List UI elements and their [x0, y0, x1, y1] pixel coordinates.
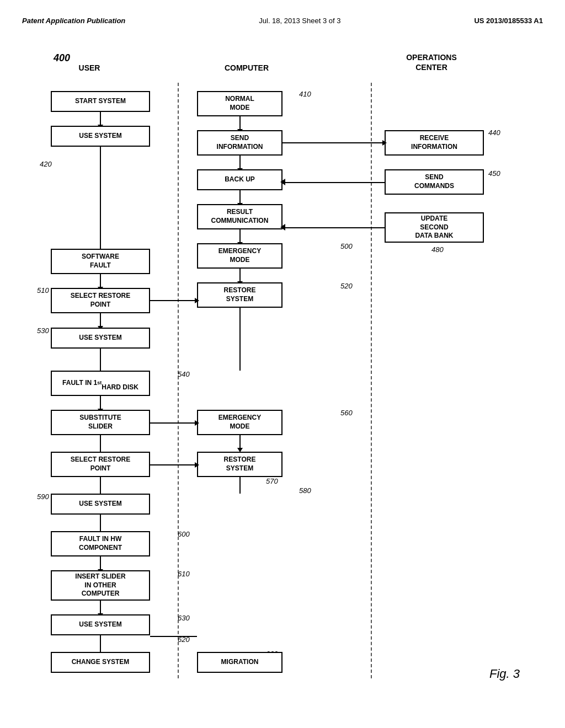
label-480: 480	[431, 245, 444, 254]
label-520: 520	[340, 282, 353, 290]
box-fault-hw: FAULT IN HWCOMPONENT	[51, 531, 150, 556]
line-restoresys2-down	[239, 477, 241, 494]
col-header-ops: OPERATIONSCENTER	[387, 52, 476, 72]
header-publication: Patent Application Publication	[22, 17, 125, 25]
box-fault-hd: FAULT IN 1stHARD DISK	[51, 371, 150, 396]
label-410: 410	[299, 90, 311, 98]
arrow-emergmode2-to-restoresys2	[239, 435, 241, 449]
label-540: 540	[178, 370, 190, 378]
label-500: 500	[340, 242, 353, 250]
box-back-up: BACK UP	[197, 169, 282, 190]
page-header: Patent Application Publication Jul. 18, …	[22, 11, 543, 36]
label-630: 630	[178, 614, 190, 622]
arrow-substslider-to-emergmode2	[150, 422, 196, 424]
box-software-fault: SOFTWAREFAULT	[51, 249, 150, 274]
box-select-restore-2: SELECT RESTOREPOINT	[51, 452, 150, 477]
line-insertslider-to-620	[150, 636, 197, 637]
box-insert-slider: INSERT SLIDERIN OTHERCOMPUTER	[51, 570, 150, 601]
page: Patent Application Publication Jul. 18, …	[0, 0, 565, 728]
header-patent: US 2013/0185533 A1	[474, 17, 543, 25]
arrow-faulthw-to-insertslider	[100, 556, 101, 570]
arrowhead-to-backup	[280, 179, 285, 185]
box-send-info: SENDINFORMATION	[197, 130, 282, 156]
arrow-sendinfo-to-rcvinfo	[282, 142, 383, 143]
box-use-system-4: USE SYSTEM	[51, 614, 150, 635]
label-590: 590	[37, 493, 49, 501]
col-header-user: USER	[56, 63, 122, 72]
box-receive-info: RECEIVEINFORMATION	[385, 130, 484, 156]
box-emergency-mode-2: EMERGENCYMODE	[197, 410, 282, 435]
arrow-selrestore1-to-use2	[100, 313, 101, 327]
arrow-start-to-use1	[100, 112, 101, 126]
arrow-resultcomm-to-emergmode1	[239, 229, 241, 243]
box-send-commands: SENDCOMMANDS	[385, 169, 484, 195]
box-use-system-2: USE SYSTEM	[51, 328, 150, 349]
arrow-sendinfo-to-backup	[239, 156, 241, 169]
box-use-system-1: USE SYSTEM	[51, 126, 150, 147]
box-update-second: UPDATESECONDDATA BANK	[385, 212, 484, 243]
arrow-backup-to-resultcomm	[239, 190, 241, 204]
box-select-restore-1: SELECT RESTOREPOINT	[51, 288, 150, 313]
line-restoresys1-down	[239, 308, 241, 371]
arrow-selrestore1-to-emergmode1	[150, 300, 196, 301]
divider-user-computer	[178, 83, 179, 678]
arrowhead-to-resultcomm	[280, 224, 285, 231]
col-header-computer: COMPUTER	[205, 63, 288, 72]
label-610: 610	[178, 570, 190, 578]
arrow-normalmode-to-sendinfo	[239, 116, 241, 130]
label-510: 510	[37, 286, 49, 295]
line-use2-to-faulthd	[100, 349, 101, 371]
arrow-selrestore2-to-restoresys2	[150, 464, 196, 465]
box-result-comm: RESULTCOMMUNICATION	[197, 204, 282, 229]
box-use-system-3: USE SYSTEM	[51, 494, 150, 515]
arrow-faulthd-to-substslider	[100, 396, 101, 410]
line-update-to-resultcomm	[284, 227, 385, 228]
box-normal-mode: NORMALMODE	[197, 91, 282, 116]
label-600: 600	[178, 530, 190, 538]
line-use1-to-sfault	[100, 147, 101, 249]
line-use4-to-changesys	[100, 635, 101, 652]
box-restore-system-2: RESTORESYSTEM	[197, 452, 282, 477]
box-start-system: START SYSTEM	[51, 91, 150, 112]
arrow-insertslider-to-use4	[100, 601, 101, 614]
line-use3-to-faulthw	[100, 515, 101, 531]
line-sendcmds-to-backup	[284, 182, 385, 183]
box-restore-system-1: RESTORESYSTEM	[197, 282, 282, 308]
label-560: 560	[340, 409, 353, 417]
arrow-sfault-to-selrestore1	[100, 274, 101, 288]
label-570: 570	[266, 477, 278, 485]
label-450: 450	[488, 169, 500, 178]
box-subst-slider: SUBSTITUTESLIDER	[51, 410, 150, 435]
label-580: 580	[299, 486, 311, 495]
label-420: 420	[40, 160, 52, 168]
arrow-emergmode1-to-restoresys1	[239, 269, 241, 282]
divider-computer-ops	[371, 83, 372, 678]
label-440: 440	[488, 129, 500, 137]
box-migration: MIGRATION	[197, 652, 282, 673]
line-substslider-to-selrestore2	[100, 435, 101, 452]
diagram: 400 USER COMPUTER OPERATIONSCENTER START…	[34, 52, 531, 687]
col-num-400: 400	[40, 52, 84, 64]
header-date: Jul. 18, 2013 Sheet 3 of 3	[259, 17, 340, 25]
box-emergency-mode-1: EMERGENCYMODE	[197, 243, 282, 269]
fig-caption: Fig. 3	[489, 667, 520, 681]
line-selrestore2-to-use3	[100, 477, 101, 494]
label-530: 530	[37, 326, 49, 335]
box-change-system: CHANGE SYSTEM	[51, 652, 150, 673]
